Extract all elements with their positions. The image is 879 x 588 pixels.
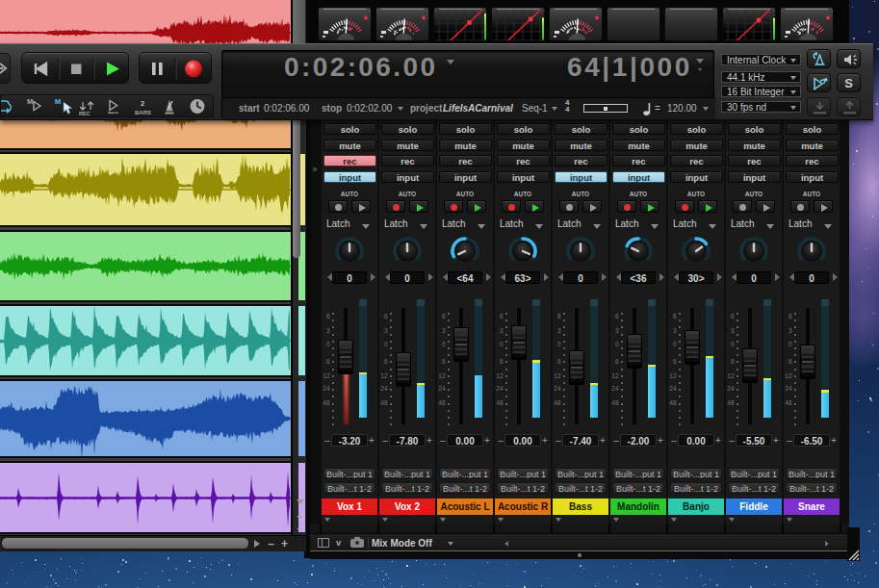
svg-text:BARS: BARS <box>135 110 151 115</box>
svg-text:2: 2 <box>141 99 144 108</box>
svg-text:M: M <box>55 97 61 106</box>
svg-text:REC: REC <box>79 111 90 116</box>
svg-text:M: M <box>27 97 33 106</box>
